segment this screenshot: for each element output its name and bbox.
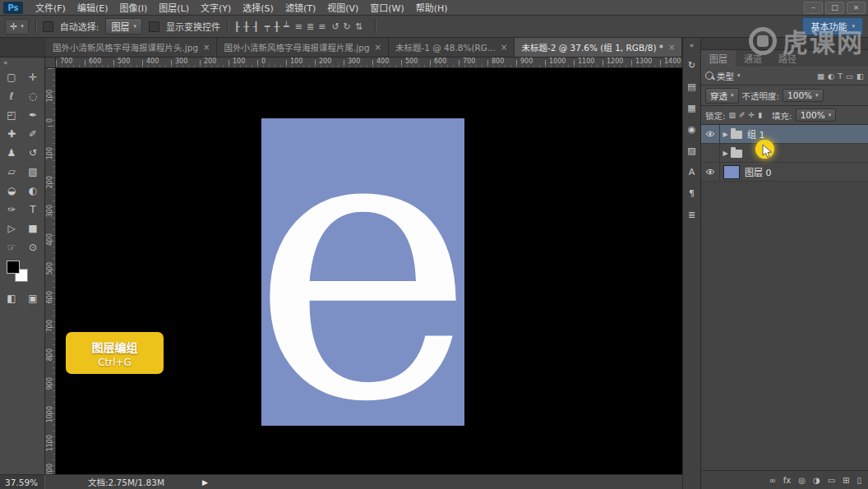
ruler-origin-corner[interactable] xyxy=(45,58,56,68)
new-group-icon[interactable]: ▭ xyxy=(828,476,835,485)
tab-close-icon[interactable]: × xyxy=(203,43,210,52)
tab-close-icon[interactable]: × xyxy=(668,43,675,52)
align-icon-1-0[interactable]: ┯ xyxy=(265,21,270,32)
layer-comps-panel-icon[interactable]: ≣ xyxy=(688,210,695,220)
align-icon-3-2[interactable]: ⇅ xyxy=(355,21,362,32)
quick-selection-tool-icon[interactable]: ◌ xyxy=(22,86,44,105)
menu-item-7[interactable]: 视图(V) xyxy=(321,1,364,14)
filter-icon-1[interactable]: ◐ xyxy=(828,72,834,81)
menu-item-9[interactable]: 帮助(H) xyxy=(410,1,454,14)
minimize-button[interactable]: – xyxy=(804,2,823,14)
group-expand-icon[interactable]: ▶ xyxy=(720,131,731,138)
expand-panels-icon[interactable]: « xyxy=(690,41,695,49)
new-layer-icon[interactable]: ⊞ xyxy=(843,476,849,485)
properties-panel-icon[interactable]: ▤ xyxy=(687,81,695,92)
menu-item-5[interactable]: 选择(S) xyxy=(237,1,279,14)
align-icon-2-1[interactable]: ≣ xyxy=(307,21,314,32)
rectangular-marquee-tool-icon[interactable]: ▢ xyxy=(1,67,22,86)
delete-layer-icon[interactable]: ▯ xyxy=(856,476,861,485)
auto-select-checkbox[interactable] xyxy=(43,21,53,32)
auto-select-target-dropdown[interactable]: 图层 ▾ xyxy=(105,18,142,35)
zoom-level-field[interactable]: 37.59% xyxy=(0,475,45,489)
menu-item-0[interactable]: 文件(F) xyxy=(30,1,72,14)
align-icon-1-2[interactable]: ┷ xyxy=(284,21,289,32)
status-menu-arrow-icon[interactable]: ▶ xyxy=(202,478,208,487)
menu-item-2[interactable]: 图像(I) xyxy=(113,1,153,14)
panel-tab-1[interactable]: 通道 xyxy=(736,50,770,67)
link-layers-icon[interactable]: ∞ xyxy=(769,476,775,485)
align-icon-0-0[interactable]: ┠ xyxy=(234,21,240,32)
new-adjustment-layer-icon[interactable]: ◑ xyxy=(813,476,820,485)
gradient-tool-icon[interactable]: ▧ xyxy=(22,162,44,181)
quick-mask-mode-icon[interactable]: ◧ xyxy=(1,288,22,307)
tab-close-icon[interactable]: × xyxy=(501,43,507,52)
screen-mode-icon[interactable]: ▣ xyxy=(22,288,44,307)
menu-item-8[interactable]: 窗口(W) xyxy=(364,1,409,14)
hand-tool-icon[interactable]: ☞ xyxy=(1,238,22,256)
align-icon-0-2[interactable]: ┨ xyxy=(253,21,259,32)
visibility-toggle[interactable] xyxy=(701,125,720,143)
character-panel-icon[interactable]: A xyxy=(689,167,695,178)
crop-tool-icon[interactable]: ◰ xyxy=(1,105,22,124)
layer-row-new-group[interactable]: ▶ xyxy=(701,144,868,163)
menu-item-4[interactable]: 文字(Y) xyxy=(195,1,237,14)
rectangle-tool-icon[interactable]: ■ xyxy=(22,219,44,238)
document-tab-3[interactable]: 未标题-2 @ 37.6% (组 1, RGB/8) *× xyxy=(515,38,682,57)
lock-icon-3[interactable]: ▮ xyxy=(758,111,762,119)
filter-icon-3[interactable]: ▭ xyxy=(846,72,853,81)
menu-item-6[interactable]: 滤镜(T) xyxy=(279,1,321,14)
add-layer-mask-icon[interactable]: ◎ xyxy=(798,476,806,485)
align-icon-2-0[interactable]: ≡ xyxy=(295,21,302,32)
zoom-tool-icon[interactable]: ⊙ xyxy=(22,238,44,256)
paragraph-panel-icon[interactable]: ¶ xyxy=(689,188,695,199)
layer-row-layer-0[interactable]: 图层 0 xyxy=(701,163,868,182)
workspace-switcher-button[interactable]: 基本功能 ▾ xyxy=(802,17,863,35)
masks-panel-icon[interactable]: ◉ xyxy=(688,124,696,135)
menu-item-3[interactable]: 图层(L) xyxy=(153,1,195,14)
group-expand-icon[interactable]: ▶ xyxy=(720,150,731,157)
layer-style-icon[interactable]: fx xyxy=(783,476,791,485)
menu-item-1[interactable]: 编辑(E) xyxy=(72,1,114,14)
align-icon-2-2[interactable]: ≡ xyxy=(318,21,326,32)
path-selection-tool-icon[interactable]: ▷ xyxy=(1,219,22,238)
panel-tab-2[interactable]: 路径 xyxy=(770,50,805,67)
eraser-tool-icon[interactable]: ▱ xyxy=(1,162,22,181)
panel-tab-0[interactable]: 图层 xyxy=(701,50,736,67)
blur-tool-icon[interactable]: ◒ xyxy=(1,181,22,200)
opacity-dropdown[interactable]: 100% ▾ xyxy=(783,89,824,102)
dodge-tool-icon[interactable]: ◐ xyxy=(22,181,44,200)
fill-dropdown[interactable]: 100% ▾ xyxy=(796,108,837,122)
chevron-down-icon[interactable]: ▾ xyxy=(737,72,741,79)
foreground-color-swatch[interactable] xyxy=(7,261,20,274)
filter-icon-0[interactable]: ▦ xyxy=(817,72,824,81)
type-tool-icon[interactable]: T xyxy=(22,200,44,219)
adjustments-panel-icon[interactable]: ▦ xyxy=(687,103,695,113)
visibility-toggle[interactable] xyxy=(701,144,720,162)
align-icon-1-1[interactable]: ╂ xyxy=(274,21,279,32)
maximize-button[interactable]: □ xyxy=(825,2,844,14)
vertical-ruler[interactable]: 1000100200300400500600700800900100011001… xyxy=(45,68,56,474)
lock-icon-1[interactable]: ✐ xyxy=(739,111,746,119)
eyedropper-tool-icon[interactable]: ✒ xyxy=(22,105,44,124)
lock-icon-0[interactable]: ▨ xyxy=(729,111,736,119)
align-icon-3-0[interactable]: ↺ xyxy=(331,21,339,32)
brush-tool-icon[interactable]: ✐ xyxy=(22,124,44,143)
lock-icon-2[interactable]: ✛ xyxy=(749,111,755,119)
styles-panel-icon[interactable]: ▨ xyxy=(687,145,695,156)
healing-brush-tool-icon[interactable]: ✚ xyxy=(1,124,22,143)
document-tab-0[interactable]: 国外小清新风格字母海报课程片头.jpg× xyxy=(46,38,217,57)
pen-tool-icon[interactable]: ✑ xyxy=(1,200,22,219)
blend-mode-dropdown[interactable]: 穿透 ▾ xyxy=(705,88,739,104)
tool-preset-picker[interactable]: ✛ ▾ xyxy=(5,19,29,35)
visibility-toggle[interactable] xyxy=(701,163,720,181)
filter-icon-2[interactable]: T xyxy=(838,72,843,81)
filter-icon-4[interactable]: ◧ xyxy=(856,72,864,81)
align-icon-0-1[interactable]: ╂ xyxy=(244,21,250,32)
show-transform-checkbox[interactable] xyxy=(149,21,159,32)
layer-row-group-1[interactable]: ▶ 组 1 xyxy=(701,125,868,144)
document-canvas[interactable]: e xyxy=(56,68,682,474)
layer-name[interactable]: 组 1 xyxy=(747,127,765,141)
align-icon-3-1[interactable]: ↻ xyxy=(344,21,351,32)
collapse-tools-icon[interactable]: « xyxy=(0,58,44,67)
lasso-tool-icon[interactable]: ℓ xyxy=(1,86,22,105)
